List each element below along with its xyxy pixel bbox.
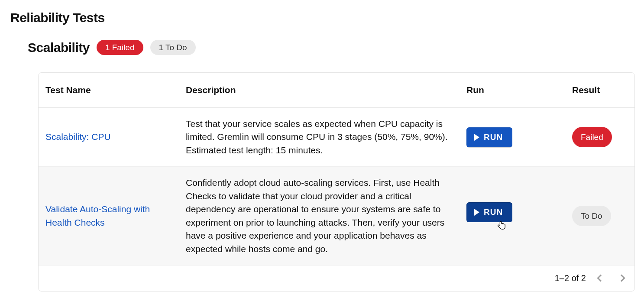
column-header-description: Description	[179, 73, 460, 108]
run-button-label: RUN	[484, 207, 503, 217]
run-button[interactable]: RUN	[466, 127, 512, 147]
page-title: Reliability Tests	[10, 10, 634, 25]
table-row: Validate Auto-Scaling with Health Checks…	[39, 167, 634, 265]
section-title: Scalability	[28, 40, 90, 55]
chevron-right-icon[interactable]	[618, 275, 625, 282]
play-icon	[474, 134, 479, 141]
result-badge: To Do	[572, 206, 611, 227]
pagination-label: 1–2 of 2	[555, 273, 586, 283]
test-description: Confidently adopt cloud auto-scaling ser…	[186, 178, 444, 253]
table-row: Scalability: CPU Test that your service …	[39, 108, 634, 167]
result-badge: Failed	[572, 127, 612, 148]
section-header: Scalability 1 Failed 1 To Do	[28, 40, 634, 55]
test-name-link[interactable]: Validate Auto-Scaling with Health Checks	[45, 204, 150, 227]
test-name-link[interactable]: Scalability: CPU	[45, 132, 111, 142]
column-header-run: Run	[460, 73, 565, 108]
column-header-result: Result	[565, 73, 634, 108]
status-badge-todo: 1 To Do	[150, 40, 196, 55]
chevron-left-icon[interactable]	[597, 275, 605, 282]
column-header-name: Test Name	[39, 73, 179, 108]
play-icon	[474, 209, 479, 216]
cursor-pointer-icon	[498, 220, 505, 230]
test-description: Test that your service scales as expecte…	[186, 119, 448, 155]
run-button[interactable]: RUN	[466, 202, 512, 222]
pagination-bar: 1–2 of 2	[39, 265, 634, 291]
table-header-row: Test Name Description Run Result	[39, 73, 634, 108]
tests-table: Test Name Description Run Result Scalabi…	[38, 72, 635, 292]
run-button-label: RUN	[484, 133, 503, 142]
status-badge-failed: 1 Failed	[97, 40, 143, 55]
